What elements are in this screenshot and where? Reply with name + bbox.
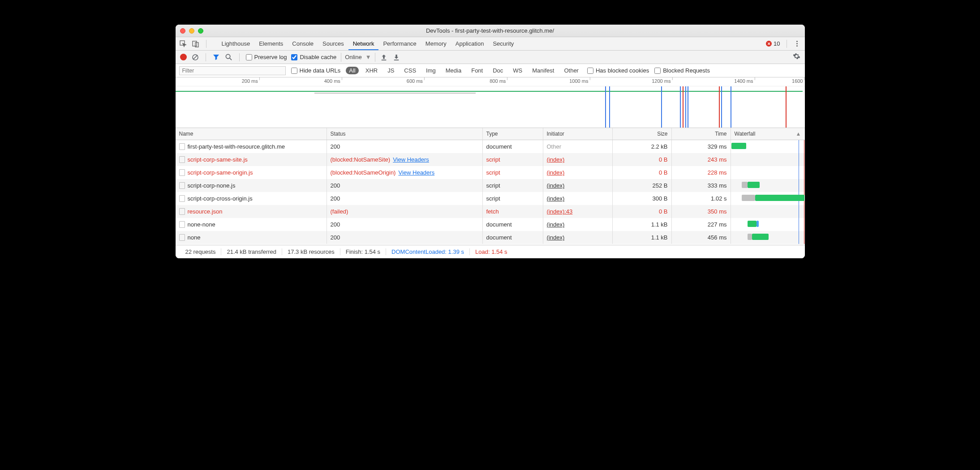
table-row[interactable]: script-corp-cross-origin.js200script(ind… xyxy=(176,192,805,205)
timeline-marker xyxy=(609,86,610,128)
ruler-tick: 1600 xyxy=(792,78,804,84)
close-window-button[interactable] xyxy=(180,28,185,34)
status-text: 200 xyxy=(331,221,340,228)
stat-resources: 17.3 kB resources xyxy=(282,248,340,255)
stat-dcl: DOMContentLoaded: 1.39 s xyxy=(386,248,470,255)
table-row[interactable]: none200document(index)1.1 kB456 ms xyxy=(176,231,805,244)
tab-lighthouse[interactable]: Lighthouse xyxy=(217,38,255,50)
svg-line-4 xyxy=(193,55,198,60)
record-button[interactable] xyxy=(180,54,187,60)
table-row[interactable]: none-none200document(index)1.1 kB227 ms xyxy=(176,218,805,231)
preserve-log-input[interactable] xyxy=(246,54,252,60)
col-type[interactable]: Type xyxy=(483,128,543,140)
file-icon xyxy=(179,156,185,163)
search-icon[interactable] xyxy=(225,53,233,61)
table-row[interactable]: script-corp-same-origin.js(blocked:NotSa… xyxy=(176,166,805,179)
divider xyxy=(787,40,787,48)
timeline-marker xyxy=(721,86,722,128)
filter-input[interactable] xyxy=(179,66,286,75)
filter-chip-other[interactable]: Other xyxy=(561,67,582,74)
upload-icon[interactable] xyxy=(380,53,388,61)
initiator-link[interactable]: (index) xyxy=(547,182,565,189)
size-cell: 0 B xyxy=(613,166,672,179)
divider xyxy=(206,40,206,48)
tab-security[interactable]: Security xyxy=(488,38,518,50)
file-icon xyxy=(179,221,185,228)
divider xyxy=(239,53,240,61)
initiator-link[interactable]: (index) xyxy=(547,195,565,202)
throttling-select[interactable]: Online ▼ xyxy=(341,53,375,62)
initiator-link[interactable]: (index) xyxy=(547,221,565,228)
tab-application[interactable]: Application xyxy=(451,38,489,50)
table-row[interactable]: first-party-test-with-resource.glitch.me… xyxy=(176,140,805,153)
filter-chip-css[interactable]: CSS xyxy=(401,67,419,74)
tab-network[interactable]: Network xyxy=(348,38,379,50)
filter-chip-all[interactable]: All xyxy=(346,67,358,74)
col-name[interactable]: Name xyxy=(176,128,327,140)
timeline-overview[interactable]: 200 ms400 ms600 ms800 ms1000 ms1200 ms14… xyxy=(176,77,805,128)
table-body[interactable]: first-party-test-with-resource.glitch.me… xyxy=(176,140,805,245)
initiator-link[interactable]: (index) xyxy=(547,169,565,176)
disable-cache-input[interactable] xyxy=(291,54,297,60)
tab-console[interactable]: Console xyxy=(288,38,318,50)
chevron-down-icon: ▼ xyxy=(365,54,371,60)
waterfall-cell xyxy=(731,218,805,231)
filter-chip-xhr[interactable]: XHR xyxy=(362,67,381,74)
blocked-cookies-checkbox[interactable]: Has blocked cookies xyxy=(587,67,649,74)
tab-elements[interactable]: Elements xyxy=(254,38,288,50)
filter-chip-img[interactable]: Img xyxy=(423,67,439,74)
filter-chip-ws[interactable]: WS xyxy=(510,67,525,74)
tab-performance[interactable]: Performance xyxy=(378,38,421,50)
tab-memory[interactable]: Memory xyxy=(421,38,451,50)
filter-chip-manifest[interactable]: Manifest xyxy=(529,67,557,74)
download-icon[interactable] xyxy=(392,53,400,61)
clear-icon[interactable] xyxy=(191,53,199,61)
svg-rect-1 xyxy=(193,41,197,46)
col-status[interactable]: Status xyxy=(327,128,483,140)
inspect-icon[interactable] xyxy=(179,40,187,48)
table-row[interactable]: resource.json(failed)fetch(index):430 B3… xyxy=(176,205,805,218)
request-name: script-corp-cross-origin.js xyxy=(188,195,253,202)
type-cell: document xyxy=(483,218,543,231)
status-text: 200 xyxy=(331,234,340,241)
disable-cache-checkbox[interactable]: Disable cache xyxy=(291,54,336,60)
preserve-log-checkbox[interactable]: Preserve log xyxy=(246,54,287,60)
device-toggle-icon[interactable] xyxy=(192,40,200,48)
timeline-marker xyxy=(605,86,606,128)
zoom-window-button[interactable] xyxy=(198,28,203,34)
error-count[interactable]: ✕ 10 xyxy=(766,40,780,47)
stat-load: Load: 1.54 s xyxy=(470,248,513,255)
col-initiator[interactable]: Initiator xyxy=(543,128,613,140)
more-menu-icon[interactable] xyxy=(793,40,801,48)
request-name: resource.json xyxy=(188,208,223,215)
table-row[interactable]: script-corp-same-site.js(blocked:NotSame… xyxy=(176,153,805,166)
initiator-link[interactable]: (index) xyxy=(547,156,565,163)
traffic-lights xyxy=(180,28,203,34)
filter-icon[interactable] xyxy=(212,53,220,61)
type-cell: script xyxy=(483,166,543,179)
waterfall-cell xyxy=(731,192,805,205)
blocked-cookies-input[interactable] xyxy=(587,68,593,74)
hide-data-urls-input[interactable] xyxy=(291,68,297,74)
blocked-requests-input[interactable] xyxy=(654,68,661,74)
filter-chip-js[interactable]: JS xyxy=(384,67,397,74)
filter-chip-media[interactable]: Media xyxy=(443,67,464,74)
view-headers-link[interactable]: View Headers xyxy=(393,156,429,163)
col-time[interactable]: Time xyxy=(672,128,731,140)
blocked-requests-checkbox[interactable]: Blocked Requests xyxy=(654,67,710,74)
col-waterfall[interactable]: Waterfall ▲ xyxy=(731,128,805,140)
table-row[interactable]: script-corp-none.js200script(index)252 B… xyxy=(176,179,805,192)
gear-icon[interactable] xyxy=(793,52,800,62)
col-size[interactable]: Size xyxy=(613,128,672,140)
minimize-window-button[interactable] xyxy=(189,28,194,34)
initiator-link[interactable]: (index):43 xyxy=(547,208,573,215)
hide-data-urls-checkbox[interactable]: Hide data URLs xyxy=(291,67,341,74)
filter-chip-doc[interactable]: Doc xyxy=(490,67,506,74)
filter-chip-font[interactable]: Font xyxy=(468,67,486,74)
ruler-tick: 1200 ms xyxy=(652,78,672,84)
error-icon: ✕ xyxy=(766,41,772,47)
tab-sources[interactable]: Sources xyxy=(318,38,348,50)
view-headers-link[interactable]: View Headers xyxy=(398,169,434,176)
initiator-link[interactable]: (index) xyxy=(547,234,565,241)
file-icon xyxy=(179,234,185,241)
